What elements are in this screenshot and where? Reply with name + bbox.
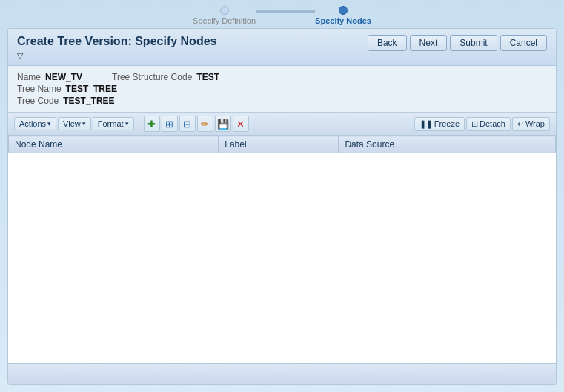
paste-button[interactable]: ⊟ <box>179 116 196 132</box>
data-table-container[interactable]: Node Name Label Data Source <box>8 136 556 363</box>
wizard-step-label-1: Specify Definition <box>193 16 256 25</box>
actions-label: Actions <box>19 119 46 128</box>
save-button[interactable]: 💾 <box>215 116 231 132</box>
copy-button[interactable]: ⊞ <box>162 116 178 132</box>
col-data-source: Data Source <box>339 136 556 153</box>
view-chevron-icon: ▾ <box>82 120 86 127</box>
info-row-3: Tree Code TEST_TREE <box>17 96 547 106</box>
tree-code-label: Tree Code <box>17 96 59 106</box>
edit-button[interactable]: ✏ <box>197 116 213 132</box>
wizard-step-label-2: Specify Nodes <box>315 16 371 25</box>
toolbar-separator-1 <box>139 117 139 130</box>
actions-button[interactable]: Actions ▾ <box>14 117 56 130</box>
name-value: NEW_TV <box>45 72 82 82</box>
title-area: Create Tree Version: Specify Nodes ▽ <box>17 35 216 61</box>
actions-chevron-icon: ▾ <box>47 120 51 127</box>
page-title: Create Tree Version: Specify Nodes <box>17 35 216 48</box>
col-label: Label <box>219 136 339 153</box>
tree-name-field: Tree Name TEST_TREE <box>17 84 117 94</box>
page-chevron: ▽ <box>17 51 216 61</box>
tree-code-field: Tree Code TEST_TREE <box>17 96 115 106</box>
tree-name-label: Tree Name <box>17 84 62 94</box>
tree-code-value: TEST_TREE <box>63 96 114 106</box>
tree-structure-code-value: TEST <box>196 72 219 82</box>
freeze-button[interactable]: ❚❚ Freeze <box>414 117 465 131</box>
format-label: Format <box>98 119 124 128</box>
view-button[interactable]: View ▾ <box>58 117 91 130</box>
submit-button[interactable]: Submit <box>450 35 497 51</box>
tree-name-value: TEST_TREE <box>66 84 117 94</box>
panel-buttons: Back Next Submit Cancel <box>368 35 547 51</box>
step-dot-2 <box>339 6 348 15</box>
detach-label: Detach <box>480 119 505 128</box>
back-button[interactable]: Back <box>368 35 407 51</box>
info-row-2: Tree Name TEST_TREE <box>17 84 547 94</box>
wizard-step-1: Specify Definition <box>193 6 256 25</box>
outer-wrapper: Specify Definition Specify Nodes Create … <box>0 0 564 392</box>
name-label: Name <box>17 72 41 82</box>
step-dot-1 <box>220 6 229 15</box>
detach-button[interactable]: ⊡ Detach <box>466 117 511 131</box>
view-label: View <box>63 119 81 128</box>
table-header-row: Node Name Label Data Source <box>9 136 556 153</box>
detach-icon: ⊡ <box>471 119 478 129</box>
tree-structure-code-field: Tree Structure Code TEST <box>112 72 219 82</box>
data-table: Node Name Label Data Source <box>8 136 556 153</box>
col-node-name: Node Name <box>9 136 219 153</box>
wizard-steps: Specify Definition Specify Nodes <box>7 6 557 25</box>
wrap-icon: ↵ <box>517 119 524 129</box>
wrap-button[interactable]: ↵ Wrap <box>512 117 550 131</box>
table-toolbar: Actions ▾ View ▾ Format ▾ ✚ ⊞ ⊟ ✏ 💾 ✕ ❚❚… <box>8 113 556 136</box>
tree-structure-code-label: Tree Structure Code <box>112 72 192 82</box>
format-button[interactable]: Format ▾ <box>93 117 134 130</box>
delete-button[interactable]: ✕ <box>233 116 249 132</box>
wizard-step-2: Specify Nodes <box>315 6 371 25</box>
info-row-1: Name NEW_TV Tree Structure Code TEST <box>17 72 547 82</box>
pagination-bar <box>8 363 556 384</box>
name-field: Name NEW_TV <box>17 72 82 82</box>
next-button[interactable]: Next <box>410 35 448 51</box>
freeze-label: Freeze <box>434 119 460 128</box>
panel-header: Create Tree Version: Specify Nodes ▽ Bac… <box>8 29 556 66</box>
wizard-connector <box>256 10 315 13</box>
freeze-icon: ❚❚ <box>419 119 433 129</box>
info-section: Name NEW_TV Tree Structure Code TEST Tre… <box>8 66 556 113</box>
format-chevron-icon: ▾ <box>125 120 129 127</box>
add-row-button[interactable]: ✚ <box>144 116 160 132</box>
main-panel: Create Tree Version: Specify Nodes ▽ Bac… <box>7 28 557 385</box>
wrap-label: Wrap <box>525 119 545 128</box>
cancel-button[interactable]: Cancel <box>500 35 547 51</box>
